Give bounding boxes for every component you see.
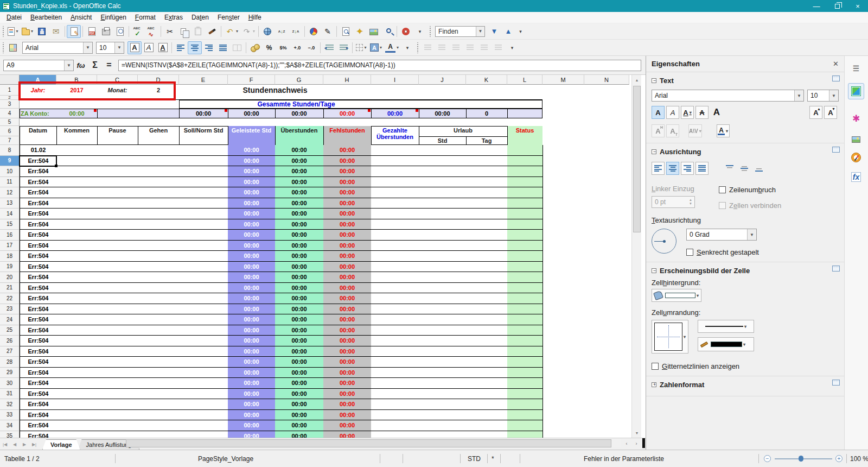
sidebar-strikethrough-button[interactable]: A <box>695 106 709 119</box>
sidebar-shadow-button[interactable]: A <box>710 106 723 119</box>
cell-B28[interactable] <box>56 357 98 368</box>
function-wizard-button[interactable]: fω <box>74 59 88 71</box>
cell-L18[interactable] <box>507 251 543 262</box>
tab-navigator[interactable] <box>848 149 864 166</box>
horizontal-scroll-thumb[interactable] <box>126 439 611 447</box>
cell-C28[interactable] <box>97 357 138 368</box>
vertical-scrollbar[interactable]: ▲ ▼ <box>631 75 641 438</box>
cell-A31[interactable]: Err:504 <box>20 389 57 400</box>
cell-B20[interactable] <box>56 272 98 283</box>
cell-E19[interactable] <box>179 262 228 273</box>
cell-C16[interactable] <box>97 230 138 241</box>
cell-J21[interactable] <box>419 283 467 294</box>
cell-K29[interactable] <box>466 368 508 378</box>
summary-title[interactable]: Gesammte Stunden/Tage <box>179 100 413 109</box>
scroll-right-icon[interactable]: › <box>631 439 641 447</box>
cell-A34[interactable]: Err:504 <box>20 420 57 431</box>
cell-I9[interactable] <box>371 156 419 167</box>
cell-L10[interactable] <box>507 166 543 177</box>
cell-B23[interactable] <box>56 304 98 315</box>
cell-H26[interactable]: 00:00 <box>323 336 372 346</box>
cell-G26[interactable]: 00:00 <box>275 336 324 346</box>
cell-F23[interactable]: 00:00 <box>228 304 276 315</box>
chevron-down-icon[interactable]: ▾ <box>16 29 18 34</box>
cell-L33[interactable] <box>507 410 543 421</box>
subscript-button[interactable]: AT <box>666 124 679 137</box>
navigator-button[interactable]: ✦ <box>353 25 367 38</box>
tab-styles[interactable]: ✱ <box>848 110 864 127</box>
cell-I10[interactable] <box>371 166 419 177</box>
cell-C11[interactable] <box>97 177 138 188</box>
cell-I15[interactable] <box>371 219 419 230</box>
cell-H12[interactable]: 00:00 <box>323 187 372 198</box>
column-header-F[interactable]: F <box>228 75 275 85</box>
insert-chart-button[interactable] <box>307 25 321 38</box>
cell-I31[interactable] <box>371 389 419 400</box>
cell-K8[interactable] <box>466 145 508 156</box>
row-header-4[interactable]: 4 <box>0 109 20 118</box>
find-previous-button[interactable]: ▲ <box>501 25 515 38</box>
open-button[interactable]: ▾ <box>20 25 35 38</box>
cell-J27[interactable] <box>419 346 467 357</box>
row-header-19[interactable]: 19 <box>0 262 20 273</box>
cell-K33[interactable] <box>466 410 508 421</box>
cell-A27[interactable]: Err:504 <box>20 346 57 357</box>
cell-A25[interactable]: Err:504 <box>20 325 57 336</box>
cell-E20[interactable] <box>179 272 228 283</box>
chevron-down-icon[interactable]: ▼ <box>829 90 838 101</box>
cell-C10[interactable] <box>97 166 138 177</box>
cell-E25[interactable] <box>179 325 228 336</box>
cell-I4[interactable]: 00:00 <box>371 109 419 118</box>
standard-format-button[interactable]: $% <box>276 41 290 54</box>
row-header-2[interactable]: 2 <box>0 96 20 100</box>
formula-input[interactable]: =WENN(ISTNV($A$8+ZEILE(TAGEIMMONAT(A8)-1… <box>118 60 641 71</box>
chevron-down-icon[interactable]: ▼ <box>747 229 756 240</box>
object-align-bottom-button[interactable] <box>491 41 505 54</box>
cell-J15[interactable] <box>419 219 467 230</box>
row-header-25[interactable]: 25 <box>0 325 20 336</box>
cell-J22[interactable] <box>419 293 467 304</box>
cell-I29[interactable] <box>371 368 419 378</box>
cell-H9[interactable]: 00:00 <box>323 156 372 167</box>
cell-A16[interactable]: Err:504 <box>20 230 57 241</box>
cell-J16[interactable] <box>419 230 467 241</box>
row-header-5[interactable]: 5 <box>0 118 20 126</box>
cell-J25[interactable] <box>419 325 467 336</box>
cell-E15[interactable] <box>179 219 228 230</box>
decrease-font-button[interactable]: A▼ <box>824 106 837 119</box>
cell-F14[interactable]: 00:00 <box>228 209 276 219</box>
cell-G29[interactable]: 00:00 <box>275 368 324 378</box>
cell-J11[interactable] <box>419 177 467 188</box>
gallery-button[interactable] <box>367 25 381 38</box>
cell-D35[interactable] <box>138 431 180 438</box>
find-next-button[interactable]: ▼ <box>487 25 501 38</box>
cell-E34[interactable] <box>179 420 228 431</box>
superscript-button[interactable]: AH <box>652 124 665 137</box>
cell-I33[interactable] <box>371 410 419 421</box>
cell-H21[interactable]: 00:00 <box>323 283 372 294</box>
cell-F21[interactable]: 00:00 <box>228 283 276 294</box>
cell-F18[interactable]: 00:00 <box>228 251 276 262</box>
sort-ascending-button[interactable]: A↓Z <box>275 25 289 38</box>
cell-J34[interactable] <box>419 420 467 431</box>
collapse-icon[interactable] <box>652 268 656 273</box>
help-button[interactable] <box>399 25 413 38</box>
cell-E14[interactable] <box>179 209 228 219</box>
cell-B26[interactable] <box>56 336 98 346</box>
menu-bearbeiten[interactable]: Bearbeiten <box>26 12 66 22</box>
cell-D9[interactable] <box>138 156 180 167</box>
cell-D8[interactable] <box>138 145 180 156</box>
cell-L35[interactable] <box>507 431 543 438</box>
cell-A8[interactable]: 01.02 <box>20 145 57 156</box>
row-header-12[interactable]: 12 <box>0 187 20 198</box>
rotation-dial[interactable] <box>652 229 676 254</box>
cell-A13[interactable]: Err:504 <box>20 198 57 209</box>
cell-B22[interactable] <box>56 293 98 304</box>
cell-G9[interactable]: 00:00 <box>275 156 324 167</box>
cell-D19[interactable] <box>138 262 180 273</box>
cell-K13[interactable] <box>466 198 508 209</box>
cell-L24[interactable] <box>507 314 543 325</box>
bold-button[interactable]: A <box>127 41 142 54</box>
cell-E24[interactable] <box>179 314 228 325</box>
cell-D15[interactable] <box>138 219 180 230</box>
